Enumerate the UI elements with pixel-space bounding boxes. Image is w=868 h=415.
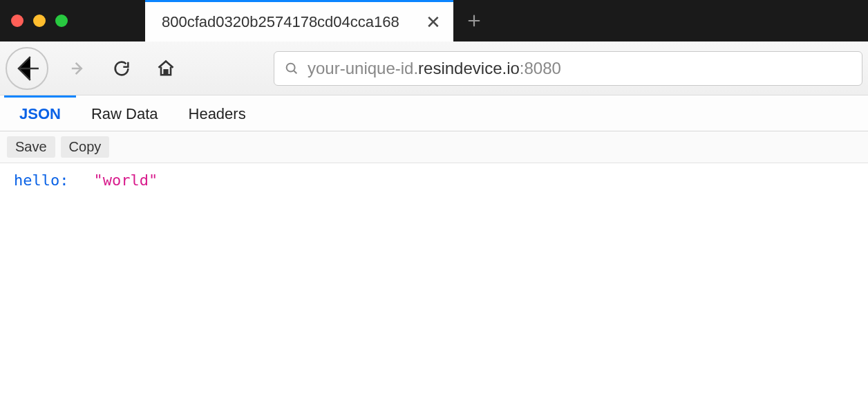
arrow-left-icon — [7, 48, 47, 89]
json-viewer-tabs: JSON Raw Data Headers — [0, 95, 868, 131]
window-titlebar: 800cfad0320b2574178cd04cca168 ✕ — [0, 0, 868, 42]
close-tab-icon[interactable]: ✕ — [426, 13, 441, 31]
json-viewer-toolbar: Save Copy — [0, 131, 868, 163]
json-body: hello: "world" — [0, 163, 868, 197]
svg-point-0 — [287, 63, 295, 71]
window-zoom-button[interactable] — [55, 15, 68, 27]
save-button[interactable]: Save — [7, 136, 55, 158]
home-button[interactable] — [147, 49, 185, 88]
url-text: your-unique-id.resindevice.io:8080 — [308, 59, 561, 78]
copy-button[interactable]: Copy — [61, 136, 110, 158]
window-close-button[interactable] — [11, 15, 23, 27]
browser-tab-active[interactable]: 800cfad0320b2574178cd04cca168 ✕ — [145, 0, 453, 42]
reload-button[interactable] — [102, 49, 141, 88]
tab-headers[interactable]: Headers — [173, 95, 261, 131]
navigation-toolbar: your-unique-id.resindevice.io:8080 — [0, 42, 868, 95]
json-row: hello: "world" — [14, 172, 854, 189]
plus-icon — [466, 13, 482, 28]
window-minimize-button[interactable] — [33, 15, 46, 27]
json-key: hello: — [14, 172, 68, 189]
arrow-right-icon — [68, 59, 87, 78]
tab-title: 800cfad0320b2574178cd04cca168 — [162, 13, 399, 31]
search-icon — [284, 61, 299, 76]
reload-icon — [112, 59, 131, 78]
json-value: "world" — [93, 172, 158, 189]
tab-json[interactable]: JSON — [4, 95, 76, 131]
traffic-lights — [0, 0, 145, 42]
tab-rawdata[interactable]: Raw Data — [76, 95, 173, 131]
forward-button[interactable] — [58, 49, 97, 88]
back-button[interactable] — [6, 47, 48, 90]
address-bar[interactable]: your-unique-id.resindevice.io:8080 — [274, 51, 862, 86]
home-icon — [156, 59, 176, 78]
new-tab-button[interactable] — [453, 0, 495, 42]
